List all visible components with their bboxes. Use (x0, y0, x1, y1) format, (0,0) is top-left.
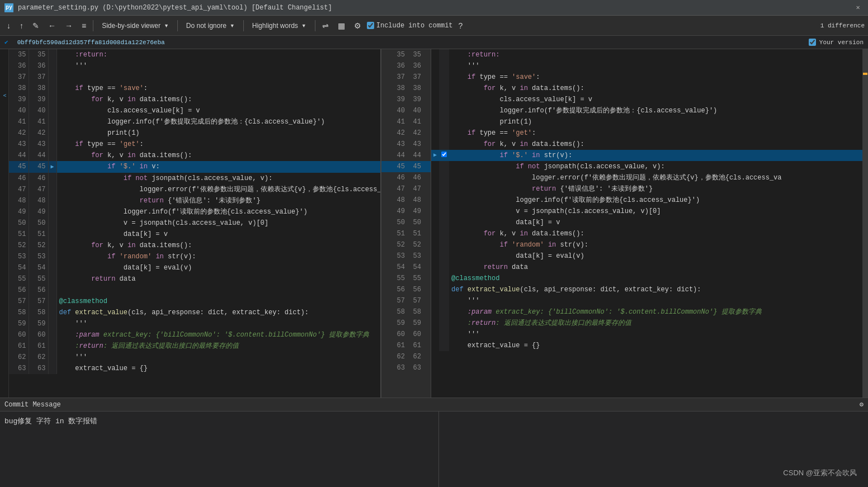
left-code-cell: logger.info(f'读取前的参数池{cls.access_value}'… (56, 206, 380, 218)
nav-down-button[interactable]: ↓ (3, 20, 14, 31)
viewer-dropdown-arrow: ▼ (164, 23, 169, 29)
right-checkbox-cell[interactable] (439, 161, 449, 172)
right-checkbox-cell[interactable] (439, 306, 449, 318)
left-line-num-1: 44 (9, 150, 29, 161)
include-commit-checkbox[interactable] (367, 22, 374, 29)
right-checkbox-cell[interactable] (439, 49, 449, 60)
include-commit-label[interactable]: Include into commit (367, 22, 453, 30)
center-line-pair: 5252 (381, 239, 431, 250)
left-gutter (48, 139, 56, 150)
viewer-dropdown[interactable]: Side-by-side viewer ▼ (97, 20, 174, 31)
right-code-cell: :return: 返回通过表达式提取出接口的最终要存的值 (449, 318, 868, 329)
left-gutter (48, 72, 56, 83)
right-checkbox-cell[interactable] (439, 262, 449, 273)
left-gutter (48, 49, 56, 60)
left-line-num-1: 52 (9, 240, 29, 251)
edit-button[interactable]: ✎ (29, 20, 43, 31)
left-code-cell: for k, v in data.items(): (56, 94, 380, 105)
menu-button[interactable]: ≡ (78, 20, 89, 31)
center-line-pair: 3838 (381, 83, 431, 94)
right-checkbox-cell[interactable] (439, 150, 449, 161)
left-gutter (48, 195, 56, 206)
right-checkbox-cell[interactable] (439, 340, 449, 351)
left-line-num-2: 36 (29, 60, 48, 72)
left-line-num-2: 56 (29, 285, 48, 296)
right-checkbox-cell[interactable] (439, 295, 449, 306)
right-checkbox-cell[interactable] (439, 127, 449, 139)
right-scrollbar[interactable] (862, 49, 868, 398)
right-checkbox-cell[interactable] (439, 172, 449, 183)
right-checkbox-cell[interactable] (439, 83, 449, 94)
right-checkbox-cell[interactable] (439, 250, 449, 262)
left-line-num-1: 43 (9, 139, 29, 150)
left-code-cell: if '$.' in v: (56, 161, 380, 173)
right-arrow-cell (431, 139, 439, 150)
left-code-cell: ''' (56, 60, 380, 72)
settings-icon[interactable]: ⚙ (351, 20, 365, 31)
ignore-dropdown[interactable]: Do not ignore ▼ (181, 20, 240, 31)
left-line-num-2: 46 (29, 173, 48, 184)
center-line-pair: 3939 (381, 94, 431, 105)
right-checkbox-cell[interactable] (439, 195, 449, 206)
separator-2 (177, 20, 178, 31)
right-arrow-cell (431, 329, 439, 340)
left-gutter (48, 329, 56, 341)
right-checkbox-cell[interactable] (439, 105, 449, 116)
center-line-pair: 6060 (381, 329, 431, 340)
left-code-cell: data[k] = v (56, 229, 380, 240)
right-code-cell: for k, v in data.items(): (449, 228, 868, 239)
left-line-num-1: 35 (9, 49, 29, 60)
right-arrow-cell (431, 228, 439, 239)
center-line-pair: 4848 (381, 195, 431, 206)
right-checkbox-cell[interactable] (439, 60, 449, 72)
right-checkbox-cell[interactable] (439, 72, 449, 83)
right-checkbox-cell[interactable] (439, 139, 449, 150)
right-checkbox-cell[interactable] (439, 273, 449, 284)
commit-settings-icon[interactable]: ⚙ (860, 400, 864, 409)
right-checkbox-cell[interactable] (439, 206, 449, 217)
right-scroll-area[interactable]: :return: ''' if type == 'save': for k, v… (431, 49, 868, 398)
center-line-pair: 6363 (381, 362, 431, 373)
left-code-cell: v = jsonpath(cls.access_value, v)[0] (56, 218, 380, 229)
right-checkbox-cell[interactable] (439, 239, 449, 250)
left-scroll-area[interactable]: 3535 :return:3636 '''37373838 if type ==… (9, 49, 380, 398)
right-checkbox-cell[interactable] (439, 183, 449, 195)
right-arrow-cell (431, 49, 439, 60)
right-checkbox-cell[interactable] (439, 284, 449, 295)
commit-area: Commit Message ⚙ bug修复 字符 in 数字报错 (0, 398, 868, 487)
right-checkbox-cell[interactable] (439, 318, 449, 329)
help-button[interactable]: ? (455, 20, 466, 31)
grid-icon[interactable]: ▦ (334, 20, 348, 31)
right-checkbox-cell[interactable] (439, 228, 449, 239)
left-line-num-2: 55 (29, 273, 48, 285)
highlight-dropdown[interactable]: Highlight words ▼ (247, 20, 312, 31)
right-checkbox-cell[interactable] (439, 329, 449, 340)
separator-1 (93, 20, 93, 31)
back-button[interactable]: ← (45, 20, 59, 31)
forward-button[interactable]: → (62, 20, 76, 31)
left-line-num-1: 58 (9, 307, 29, 318)
center-line-pair: 5151 (381, 228, 431, 239)
close-button[interactable]: ✕ (852, 2, 864, 13)
left-line-num-2: 35 (29, 49, 48, 60)
your-version-checkbox[interactable] (809, 39, 816, 46)
sync-icon[interactable]: ⇌ (319, 20, 332, 31)
right-checkbox-cell[interactable] (439, 116, 449, 127)
commit-hash: 0bff9bfc590ad12d357ffa81d008d1a122e76eba (17, 39, 165, 46)
right-arrow-cell (431, 306, 439, 318)
left-line-num-1: 45 (9, 161, 29, 173)
left-line-num-2: 54 (29, 262, 48, 273)
left-gutter (48, 251, 56, 262)
left-line-num-2: 43 (29, 139, 48, 150)
center-line-pair: 4343 (381, 139, 431, 150)
right-arrow-cell (431, 116, 439, 127)
left-line-num-1: 49 (9, 206, 29, 218)
line-checkbox[interactable] (441, 152, 447, 157)
left-gutter (48, 116, 56, 127)
right-code-cell: data[k] = eval(v) (449, 250, 868, 262)
left-code-cell: cls.access_value[k] = v (56, 105, 380, 116)
right-checkbox-cell[interactable] (439, 94, 449, 105)
nav-up-button[interactable]: ↑ (16, 20, 27, 31)
left-gutter (48, 363, 56, 374)
right-checkbox-cell[interactable] (439, 217, 449, 228)
